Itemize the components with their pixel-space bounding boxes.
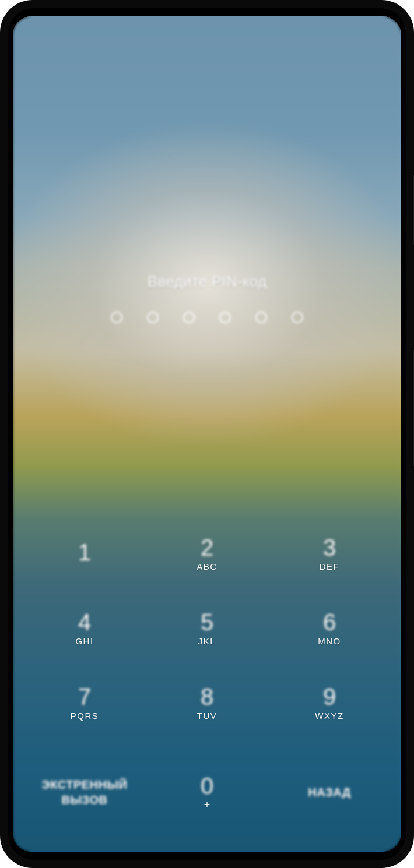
pin-dot [292,312,303,323]
key-digit: 7 [78,685,91,708]
back-button[interactable]: НАЗАД [268,755,391,830]
emergency-call-button[interactable]: ЭКСТРЕННЫЙ ВЫЗОВ [23,755,146,830]
key-letters: JKL [198,636,216,646]
keypad-key-4[interactable]: 4 GHI [23,591,146,665]
keypad-key-5[interactable]: 5 JKL [146,591,268,665]
key-digit: 2 [201,536,213,559]
key-digit: 0 [201,774,213,798]
key-digit: 8 [201,685,213,708]
numeric-keypad: 1 2 ABC 3 DEF 4 GHI 5 JKL [13,516,401,755]
phone-frame: Введите PIN-код 1 2 ABC [0,0,414,868]
keypad-bottom-row: ЭКСТРЕННЫЙ ВЫЗОВ 0 + НАЗАД [13,755,401,852]
keypad-key-1[interactable]: 1 [23,516,146,591]
key-letters: DEF [320,562,340,571]
key-digit: 4 [78,611,91,634]
key-letters: WXYZ [315,711,343,721]
key-letters: ABC [197,562,217,571]
back-label: НАЗАД [308,785,350,800]
phone-bezel: Введите PIN-код 1 2 ABC [8,8,406,860]
top-spacer [13,16,401,273]
keypad-key-2[interactable]: 2 ABC [146,516,268,591]
keypad-key-7[interactable]: 7 PQRS [23,665,146,740]
keypad-key-6[interactable]: 6 MNO [268,591,391,665]
key-letters: MNO [318,636,341,646]
pin-dot [255,312,267,323]
key-letters: PQRS [71,711,99,721]
pin-entry-dots [13,312,401,323]
pin-dot [183,312,195,323]
pin-dot [147,312,159,323]
keypad-key-0[interactable]: 0 + [146,755,268,830]
key-digit: 1 [78,541,91,564]
key-digit: 6 [323,611,336,634]
pin-dot [111,312,122,323]
pin-prompt-label: Введите PIN-код [13,273,401,291]
key-letters: GHI [75,636,93,646]
key-digit: 9 [323,685,336,708]
lock-screen: Введите PIN-код 1 2 ABC [13,16,401,852]
key-digit: 3 [323,536,336,559]
emergency-label-line1: ЭКСТРЕННЫЙ [42,777,128,792]
keypad-key-8[interactable]: 8 TUV [146,665,268,740]
key-letters: + [204,799,210,811]
pin-dot [219,312,231,323]
emergency-label-line2: ВЫЗОВ [62,792,108,807]
key-digit: 5 [201,611,213,634]
keypad-key-3[interactable]: 3 DEF [268,516,391,591]
keypad-key-9[interactable]: 9 WXYZ [268,665,391,740]
key-letters: TUV [197,711,217,721]
